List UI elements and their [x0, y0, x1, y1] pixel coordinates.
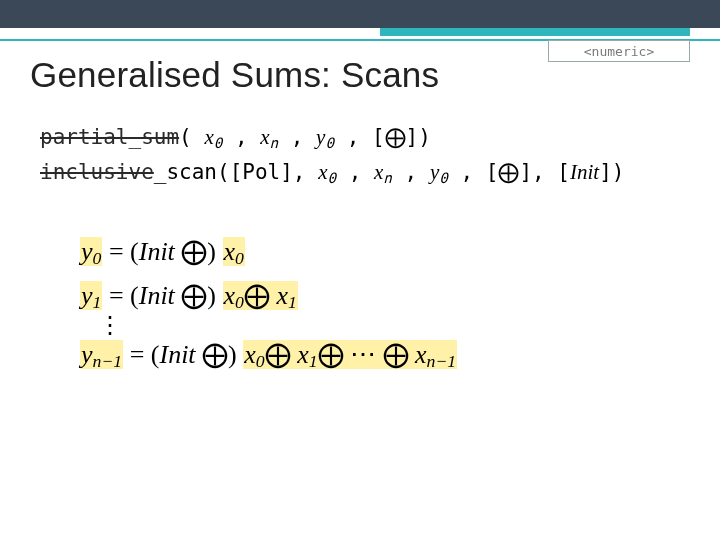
var-x: x: [297, 340, 309, 369]
equation-row-0: y0 = (Init ⨁) x0: [80, 230, 457, 274]
oplus-icon: ⨁: [385, 125, 406, 149]
oplus-icon: ⨁: [181, 281, 207, 310]
sub: 0: [214, 135, 223, 151]
var-x: x: [224, 281, 236, 310]
var-y: y: [81, 281, 93, 310]
sub: 0: [328, 170, 337, 186]
sub: 0: [256, 351, 265, 371]
paren-close: ): [207, 281, 222, 310]
partial-sum-name: partial_sum: [40, 125, 179, 149]
var-x: x: [224, 237, 236, 266]
arg: x: [204, 125, 213, 149]
equals: = (: [102, 237, 138, 266]
oplus-icon: ⨁: [202, 340, 228, 369]
oplus-icon: ⨁: [265, 340, 298, 369]
oplus-icon: ⨁ ⋯ ⨁: [318, 340, 416, 369]
sep: ,: [336, 160, 374, 184]
sub: n: [383, 170, 392, 186]
sep: ,: [392, 160, 430, 184]
page-title: Generalised Sums: Scans: [30, 55, 439, 95]
arg: x: [260, 125, 269, 149]
var-y: y: [81, 340, 93, 369]
paren-close: ]): [599, 160, 624, 184]
inclusive-scan-line: inclusive_scan([Pol], x0 , xn , y0 , [⨁]…: [40, 155, 624, 190]
equation-row-n: yn−1 = (Init ⨁) x0⨁ x1⨁ ⋯ ⨁ xn−1: [80, 333, 457, 377]
oplus-icon: ⨁: [181, 237, 207, 266]
paren-close: ): [228, 340, 243, 369]
sub: n−1: [427, 351, 457, 371]
topbar: [0, 0, 720, 28]
header-tag: <numeric>: [548, 40, 690, 62]
equation-row-1: y1 = (Init ⨁) x0⨁ x1: [80, 274, 457, 318]
sub: n: [270, 135, 279, 151]
init: Init: [159, 340, 202, 369]
paren-close: ): [207, 237, 222, 266]
arg: x: [374, 160, 383, 184]
sub: 1: [93, 293, 102, 313]
arg: y: [430, 160, 439, 184]
var-x: x: [415, 340, 427, 369]
sep: ,: [222, 125, 260, 149]
sub: 0: [93, 248, 102, 268]
function-signatures: partial_sum( x0 , xn , y0 , [⨁]) inclusi…: [40, 120, 624, 190]
equals: = (: [123, 340, 159, 369]
accent-bar: [380, 28, 690, 36]
sep: ,: [278, 125, 316, 149]
oplus-icon: ⨁: [498, 160, 519, 184]
equations: y0 = (Init ⨁) x0 y1 = (Init ⨁) x0⨁ x1 ⋮ …: [80, 230, 457, 377]
scan-suffix: _scan: [154, 160, 217, 184]
sep: , [: [334, 125, 385, 149]
sep: ], [: [519, 160, 570, 184]
var-y: y: [81, 237, 93, 266]
arg: x: [318, 160, 327, 184]
oplus-icon: ⨁: [244, 281, 277, 310]
sub: 0: [235, 248, 244, 268]
init: Init: [139, 237, 182, 266]
var-x: x: [244, 340, 256, 369]
sub: 0: [235, 293, 244, 313]
vertical-dots-icon: ⋮: [80, 318, 457, 332]
sep: , [: [448, 160, 499, 184]
sub: 1: [309, 351, 318, 371]
var-x: x: [276, 281, 288, 310]
equals: = (: [102, 281, 138, 310]
init: Init: [139, 281, 182, 310]
partial-sum-line: partial_sum( x0 , xn , y0 , [⨁]): [40, 120, 624, 155]
paren-open: ([Pol],: [217, 160, 318, 184]
paren-close: ]): [406, 125, 431, 149]
inclusive-prefix: inclusive: [40, 160, 154, 184]
sub: 0: [325, 135, 334, 151]
sub: 1: [288, 293, 297, 313]
paren-open: (: [179, 125, 204, 149]
sub: n−1: [93, 351, 123, 371]
init-arg: Init: [570, 160, 599, 184]
sub: 0: [439, 170, 448, 186]
